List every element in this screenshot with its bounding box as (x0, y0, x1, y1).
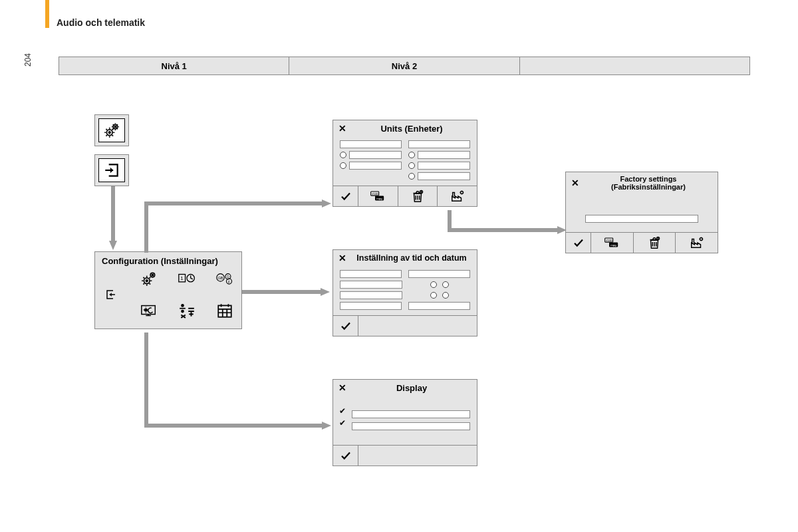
confirm-button[interactable] (333, 316, 358, 336)
field-slot[interactable] (418, 172, 470, 180)
field-slot[interactable] (340, 302, 402, 310)
section-accent-bar (45, 0, 49, 28)
confirm-button[interactable] (333, 446, 358, 466)
close-icon[interactable]: ✕ (338, 382, 348, 393)
clock-date-icon[interactable]: 1 (178, 270, 196, 290)
field-slot[interactable] (340, 281, 402, 289)
radio-icon[interactable] (408, 173, 415, 180)
field-slot[interactable] (340, 140, 402, 148)
calendar-icon[interactable] (216, 302, 233, 322)
field-slot[interactable] (418, 151, 470, 159)
display-night-icon[interactable] (140, 302, 158, 322)
settings-button[interactable] (94, 114, 129, 146)
gears-icon (98, 118, 125, 142)
field-slot[interactable] (352, 422, 470, 430)
field-slot[interactable] (349, 162, 402, 170)
field-slot[interactable] (408, 302, 470, 310)
svg-text:l/100: l/100 (372, 192, 379, 196)
svg-text:l/100: l/100 (606, 239, 613, 242)
flow-arrow (242, 287, 335, 297)
field-slot[interactable] (585, 215, 698, 223)
language-icon[interactable]: GB D F (216, 270, 233, 290)
radio-icon[interactable] (442, 281, 449, 288)
svg-text:mpg: mpg (377, 197, 383, 200)
radio-icon[interactable] (442, 292, 449, 299)
level-1-header: Nivå 1 (59, 57, 289, 75)
display-title: Display (352, 383, 471, 393)
close-icon[interactable]: ✕ (571, 178, 581, 188)
field-slot[interactable] (408, 140, 470, 148)
field-slot[interactable] (349, 151, 402, 159)
datetime-title: Inställning av tid och datum (352, 253, 471, 263)
trash-icon[interactable] (634, 233, 676, 253)
svg-text:1: 1 (180, 275, 184, 281)
trash-icon[interactable] (398, 186, 438, 206)
svg-point-5 (146, 280, 148, 282)
radio-icon[interactable] (430, 292, 437, 299)
svg-text:GB: GB (218, 276, 223, 280)
configuration-panel: Configuration (Inställningar) 1 GB D (94, 251, 242, 329)
enter-icon (98, 158, 125, 182)
units-math-icon[interactable] (178, 302, 196, 322)
flow-arrow (109, 186, 117, 253)
svg-point-19 (182, 305, 184, 307)
enter-button[interactable] (94, 154, 129, 186)
checkbox-icon[interactable] (340, 422, 348, 430)
config-gears-icon[interactable] (140, 270, 158, 290)
factory-icon[interactable] (438, 186, 477, 206)
close-icon[interactable]: ✕ (338, 123, 348, 134)
level-3-header (519, 57, 750, 75)
units-title: Units (Enheter) (352, 124, 471, 134)
radio-icon[interactable] (430, 281, 437, 288)
radio-icon[interactable] (340, 162, 346, 169)
svg-marker-43 (322, 200, 331, 207)
mpg-km-icon[interactable]: l/100 mpg (591, 233, 634, 253)
back-icon[interactable] (105, 289, 117, 303)
level-header-bar: Nivå 1 Nivå 2 (59, 57, 750, 75)
field-slot[interactable] (340, 270, 402, 278)
section-title: Audio och telematik (57, 17, 145, 28)
units-toolbar: l/100 mpg (333, 186, 477, 206)
mpg-km-icon[interactable]: l/100 mpg (358, 186, 398, 206)
svg-marker-45 (321, 288, 330, 296)
display-panel: ✕ Display (332, 379, 477, 466)
field-slot[interactable] (352, 410, 470, 418)
svg-point-3 (114, 126, 116, 128)
factory-panel: ✕ Factory settings (Fabriksinställningar… (565, 172, 718, 253)
svg-rect-28 (219, 305, 232, 317)
radio-icon[interactable] (408, 162, 415, 169)
field-slot[interactable] (408, 270, 470, 278)
level-2-header: Nivå 2 (289, 57, 519, 75)
svg-marker-42 (109, 241, 117, 250)
svg-point-20 (182, 311, 184, 313)
svg-point-1 (108, 132, 110, 134)
confirm-button[interactable] (566, 233, 591, 253)
datetime-panel: ✕ Inställning av tid och datum (332, 249, 477, 336)
empty-toolbar-cell (358, 446, 477, 466)
svg-point-7 (152, 275, 153, 276)
svg-text:mpg: mpg (611, 243, 617, 247)
flow-arrow (142, 332, 335, 439)
page-number: 204 (23, 53, 33, 66)
flow-arrow (446, 210, 572, 243)
configuration-title: Configuration (Inställningar) (95, 252, 241, 267)
svg-point-40 (700, 237, 702, 240)
close-icon[interactable]: ✕ (338, 253, 348, 263)
factory-title: Factory settings (Fabriksinställningar) (585, 175, 712, 191)
svg-text:F: F (228, 281, 230, 284)
radio-icon[interactable] (340, 152, 346, 158)
svg-marker-46 (322, 422, 331, 430)
units-panel: ✕ Units (Enheter) l/100 mpg (332, 120, 477, 207)
field-slot[interactable] (340, 291, 402, 299)
confirm-button[interactable] (333, 186, 358, 206)
svg-point-18 (144, 309, 147, 311)
radio-icon[interactable] (408, 152, 415, 158)
factory-icon[interactable] (676, 233, 718, 253)
checkbox-icon[interactable] (340, 410, 348, 418)
field-slot[interactable] (418, 162, 470, 170)
empty-toolbar-cell (358, 316, 477, 336)
svg-point-34 (460, 191, 463, 194)
